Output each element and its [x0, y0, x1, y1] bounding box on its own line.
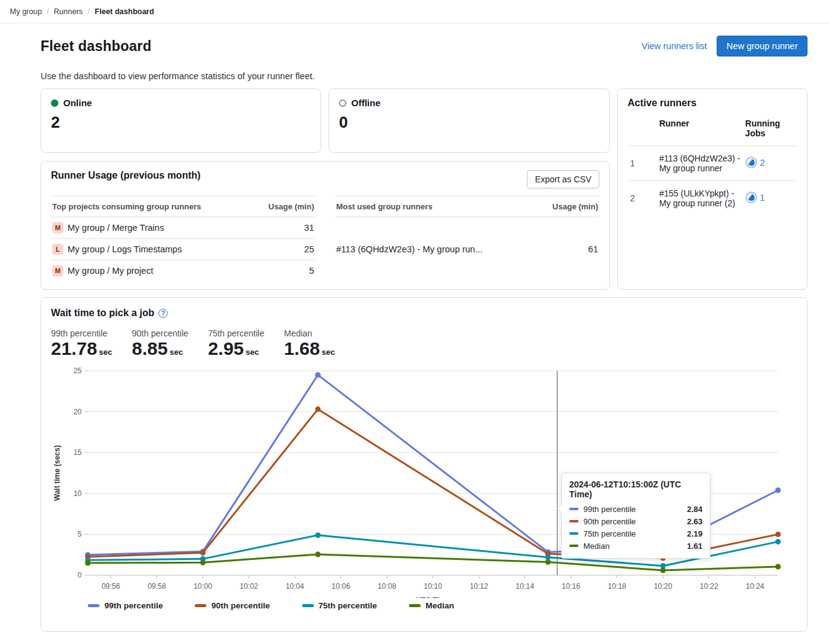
tooltip-series-label: 90th percentile: [583, 517, 636, 526]
wait-time-title: Wait time to pick a job: [51, 308, 154, 319]
svg-text:5: 5: [77, 530, 82, 538]
svg-text:10:14: 10:14: [516, 582, 534, 591]
tooltip-series-value: 2.19: [687, 529, 703, 538]
stat-99th-percentile: 99th percentile 21.78sec: [51, 328, 112, 359]
legend-label: Median: [426, 601, 454, 610]
legend-item-90th[interactable]: 90th percentile: [195, 601, 270, 610]
stat-unit: sec: [169, 347, 183, 357]
svg-text:25: 25: [74, 367, 82, 375]
series-swatch-99th: [569, 508, 578, 510]
tooltip-series-value: 2.63: [687, 517, 703, 526]
wait-time-chart[interactable]: 051015202509:5609:5810:0010:0210:0410:06…: [51, 363, 797, 600]
project-usage: 5: [260, 260, 316, 282]
project-usage: 31: [260, 217, 316, 239]
runner-name-link[interactable]: #155 (ULkKYpkpt) - My group runner (2): [656, 181, 742, 216]
svg-text:10: 10: [74, 489, 82, 498]
project-name: My group / Logs Timestamps: [68, 244, 182, 254]
help-icon[interactable]: ?: [158, 309, 168, 318]
offline-count: 0: [339, 113, 599, 132]
svg-text:09:56: 09:56: [101, 582, 120, 591]
svg-text:10:16: 10:16: [562, 582, 580, 591]
project-name: My group / Merge Trains: [68, 223, 164, 233]
new-group-runner-button[interactable]: New group runner: [717, 36, 808, 56]
stat-unit: sec: [99, 347, 112, 357]
svg-text:10:08: 10:08: [378, 582, 396, 591]
running-jobs-count: 2: [760, 158, 765, 168]
svg-text:15: 15: [74, 448, 82, 457]
project-name: My group / My project: [68, 266, 153, 276]
runner-name-link[interactable]: #113 (6QHdzW2e3) - My group runner: [656, 146, 742, 181]
legend-label: 75th percentile: [319, 601, 377, 610]
wait-time-card: Wait time to pick a job ? 99th percentil…: [41, 297, 808, 632]
project-avatar: M: [52, 265, 63, 276]
svg-text:0: 0: [77, 571, 82, 580]
svg-text:10:04: 10:04: [286, 582, 304, 591]
svg-text:10:06: 10:06: [332, 582, 350, 591]
tooltip-row: 75th percentile 2.19: [569, 527, 703, 540]
breadcrumb-separator: /: [88, 7, 90, 16]
tooltip-row: 99th percentile 2.84: [569, 503, 703, 515]
legend-swatch-median: [409, 604, 421, 607]
stat-label: 99th percentile: [51, 328, 112, 338]
offline-status-icon: [339, 99, 346, 107]
svg-text:Wait time (secs): Wait time (secs): [53, 445, 61, 501]
table-row: M My group / Merge Trains 31: [51, 217, 316, 239]
status-running-icon: [745, 192, 757, 203]
page-description: Use the dashboard to view performance st…: [41, 71, 808, 81]
online-label: Online: [63, 98, 92, 108]
svg-text:10:22: 10:22: [700, 582, 718, 591]
col-top-projects: Top projects consuming group runners: [51, 196, 260, 217]
svg-text:UTC Time: UTC Time: [416, 596, 450, 598]
breadcrumb-separator: /: [47, 7, 49, 16]
svg-text:10:02: 10:02: [239, 582, 258, 591]
stat-value: 2.95: [208, 338, 244, 359]
stat-value: 21.78: [51, 338, 97, 359]
col-usage-min: Usage (min): [544, 196, 599, 217]
online-card: Online 2: [41, 88, 321, 153]
export-csv-button[interactable]: Export as CSV: [527, 170, 599, 188]
tooltip-row: Median 1.61: [569, 540, 703, 552]
tooltip-row: 90th percentile 2.63: [569, 515, 703, 527]
breadcrumb-bar: My group / Runners / Fleet dashboard: [0, 0, 829, 23]
active-runners-card: Active runners Runner Running Jobs 1 #11…: [617, 88, 808, 290]
col-usage-min: Usage (min): [260, 196, 316, 217]
most-used-runners-table: Most used group runners Usage (min) #113…: [335, 196, 600, 281]
svg-text:10:24: 10:24: [746, 582, 765, 591]
online-status-icon: [51, 99, 58, 107]
svg-text:10:00: 10:00: [193, 582, 212, 591]
running-jobs-link[interactable]: 2: [745, 157, 765, 168]
wait-time-stats: 99th percentile 21.78sec 90th percentile…: [51, 328, 797, 359]
col-most-used-runners: Most used group runners: [335, 196, 545, 217]
legend-item-median[interactable]: Median: [409, 601, 454, 610]
stat-value: 1.68: [284, 338, 319, 359]
legend-swatch-90th: [195, 604, 206, 607]
tooltip-series-label: 75th percentile: [583, 529, 636, 538]
legend-label: 99th percentile: [104, 601, 163, 610]
series-swatch-median: [569, 545, 578, 547]
project-avatar: L: [52, 244, 63, 255]
svg-text:10:20: 10:20: [654, 582, 672, 591]
table-row: #113 (6QHdzW2e3) - My group run... 61: [335, 217, 600, 282]
project-avatar: M: [52, 222, 63, 233]
svg-text:10:12: 10:12: [470, 582, 488, 591]
offline-card: Offline 0: [329, 88, 610, 153]
tooltip-series-label: Median: [583, 541, 610, 551]
table-row: M My group / My project 5: [51, 260, 316, 282]
table-row: L My group / Logs Timestamps 25: [51, 239, 316, 260]
svg-text:10:10: 10:10: [424, 582, 442, 591]
col-running-jobs: Running Jobs: [743, 112, 797, 146]
running-jobs-link[interactable]: 1: [745, 192, 765, 203]
runner-rank: 2: [628, 181, 656, 216]
stat-label: 75th percentile: [208, 328, 265, 338]
legend-item-99th[interactable]: 99th percentile: [88, 601, 163, 610]
breadcrumb-runners[interactable]: Runners: [54, 7, 83, 16]
runner-rank: 1: [628, 146, 656, 181]
legend-swatch-99th: [88, 604, 99, 607]
stat-label: Median: [284, 328, 335, 338]
tooltip-timestamp: 2024-06-12T10:15:00Z (UTC Time): [569, 479, 703, 503]
breadcrumb-my-group[interactable]: My group: [10, 7, 42, 16]
stat-unit: sec: [246, 347, 259, 357]
legend-item-75th[interactable]: 75th percentile: [302, 601, 377, 610]
view-runners-list-link[interactable]: View runners list: [642, 41, 707, 51]
runner-usage: 61: [544, 217, 599, 282]
